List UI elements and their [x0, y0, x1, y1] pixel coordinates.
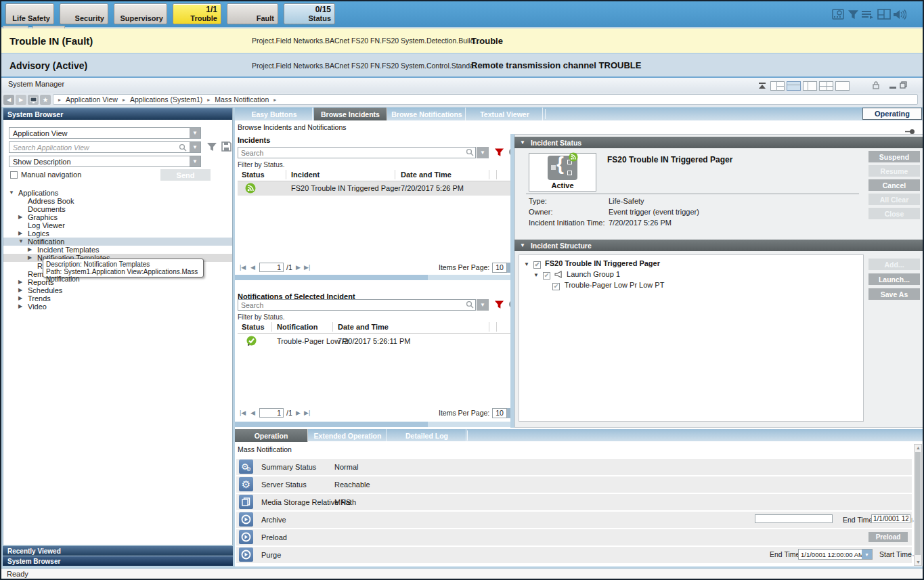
- back-button[interactable]: ◀: [3, 95, 14, 105]
- incident-status-header[interactable]: ▼ Incident Status: [514, 137, 924, 148]
- display-button[interactable]: [28, 95, 39, 105]
- chevron-down-icon[interactable]: ▼: [477, 147, 489, 158]
- horizontal-scrollbar[interactable]: [235, 275, 512, 280]
- tree-item-schedules[interactable]: ▶Schedules: [3, 286, 232, 294]
- chevron-down-icon[interactable]: ▼: [477, 299, 489, 311]
- recently-viewed-bar[interactable]: Recently Viewed: [3, 546, 233, 556]
- status-button[interactable]: 0/15Status: [284, 3, 335, 24]
- tree-item-trends[interactable]: ▶Trends: [3, 294, 232, 303]
- favorites-star-icon[interactable]: ★: [40, 95, 51, 105]
- tab-browse-incidents[interactable]: Browse Incidents: [314, 108, 387, 120]
- collapse-icon[interactable]: [757, 83, 767, 89]
- minimize-icon[interactable]: [889, 87, 896, 89]
- event-list-icon[interactable]: [861, 9, 874, 21]
- collapse-triangle-icon[interactable]: ▼: [520, 242, 525, 248]
- node-checkbox[interactable]: ✔: [533, 261, 541, 269]
- expand-icon[interactable]: ▶: [18, 287, 22, 293]
- event-filter-icon[interactable]: [848, 9, 860, 21]
- notifications-search-input[interactable]: [238, 299, 476, 311]
- expand-icon[interactable]: ▶: [18, 279, 22, 285]
- operating-mode-button[interactable]: Operating: [862, 108, 922, 120]
- forward-button[interactable]: ▶: [16, 95, 26, 105]
- items-per-page-value[interactable]: 10: [492, 263, 507, 273]
- breadcrumb-item[interactable]: Mass Notification: [215, 95, 269, 104]
- structure-node-group[interactable]: ▼ ✔ Launch Group 1: [533, 270, 620, 280]
- supervisory-button[interactable]: Supervisory: [114, 3, 167, 24]
- notification-row[interactable]: Trouble-Pager Low Pr 7/20/2017 5:26:11 P…: [238, 334, 511, 349]
- purge-end-time-dropdown[interactable]: 1/1/0001 12:00:00 AM ▼: [798, 549, 873, 560]
- vertical-scrollbar[interactable]: ▲ ▼: [914, 444, 922, 566]
- resume-button[interactable]: Resume: [868, 165, 920, 177]
- cancel-button[interactable]: Cancel: [868, 179, 920, 191]
- layout-option-1[interactable]: [770, 81, 785, 91]
- tab-easy-buttons[interactable]: Easy Buttons: [236, 108, 313, 120]
- description-selector[interactable]: Show Description ▼: [9, 156, 201, 167]
- tree-item-log-viewer[interactable]: Log Viewer: [3, 221, 232, 229]
- archive-value-input[interactable]: [755, 514, 833, 523]
- tab-extended-operation[interactable]: Extended Operation: [309, 429, 387, 442]
- notifications-table-header[interactable]: Status Notification Date and Time: [238, 321, 511, 334]
- incident-row[interactable]: FS20 Trouble IN Triggered Pager 7/20/201…: [238, 181, 511, 196]
- tree-item-applications[interactable]: ▼Applications: [3, 189, 232, 197]
- incidents-table-header[interactable]: Status Incident Date and Time: [238, 169, 511, 181]
- filter-icon[interactable]: [206, 141, 217, 152]
- launch-button[interactable]: Launch...: [868, 273, 920, 285]
- prev-page-icon[interactable]: ◀: [250, 264, 255, 271]
- layout-option-2[interactable]: [787, 81, 801, 91]
- save-icon[interactable]: [221, 141, 232, 152]
- tree-item-documents[interactable]: Documents: [3, 205, 232, 213]
- collapse-triangle-icon[interactable]: ▼: [520, 139, 525, 146]
- status-filter-icon[interactable]: [494, 299, 504, 310]
- event-row-advisory[interactable]: Advisory (Active) Project.Field Networks…: [1, 54, 923, 76]
- layout-option-5[interactable]: [835, 81, 850, 91]
- horizontal-scrollbar[interactable]: [235, 422, 512, 427]
- next-page-icon[interactable]: ▶: [296, 264, 301, 271]
- node-checkbox[interactable]: ✔: [552, 283, 560, 290]
- tree-item-address-book[interactable]: Address Book: [3, 197, 232, 205]
- tab-textual-viewer[interactable]: Textual Viewer: [467, 108, 543, 120]
- structure-node-leaf[interactable]: ✔ Trouble-Pager Low Pr Low PT: [552, 281, 664, 290]
- search-field[interactable]: Search Application View ▼: [9, 141, 201, 153]
- chevron-down-icon[interactable]: ▼: [190, 128, 200, 138]
- expand-icon[interactable]: ▶: [18, 230, 22, 236]
- tree-item-incident-templates[interactable]: ▶Incident Templates: [3, 246, 232, 254]
- breadcrumb-item[interactable]: Applications (System1): [130, 95, 202, 104]
- speaker-icon[interactable]: [893, 9, 906, 21]
- close-button[interactable]: Close: [868, 208, 920, 219]
- structure-node-root[interactable]: ▼ ✔ FS20 Trouble IN Triggered Pager: [524, 259, 660, 269]
- security-button[interactable]: Security: [60, 3, 108, 24]
- add-button[interactable]: Add...: [868, 259, 920, 270]
- view-selector[interactable]: Application View ▼: [9, 127, 201, 139]
- first-page-icon[interactable]: |◀: [240, 264, 246, 271]
- layout-option-4[interactable]: [819, 81, 833, 91]
- expand-icon[interactable]: ▶: [18, 214, 22, 220]
- last-page-icon[interactable]: ▶|: [304, 264, 310, 271]
- tab-operation[interactable]: Operation: [235, 429, 308, 442]
- breadcrumb-item[interactable]: Application View: [66, 95, 118, 104]
- node-checkbox[interactable]: ✔: [543, 272, 550, 280]
- archive-end-time-input[interactable]: [871, 514, 910, 523]
- items-per-page-value[interactable]: 10: [492, 408, 507, 418]
- layout-panes-icon[interactable]: [877, 9, 890, 21]
- scroll-down-icon[interactable]: ▼: [915, 560, 921, 564]
- event-history-icon[interactable]: [832, 9, 845, 21]
- lock-icon[interactable]: [873, 81, 879, 89]
- incidents-search-input[interactable]: [238, 147, 476, 158]
- chevron-down-icon[interactable]: ▼: [862, 550, 872, 559]
- tree-item-notification[interactable]: ▼Notification: [3, 238, 232, 246]
- expand-icon[interactable]: ▼: [533, 272, 539, 278]
- scrollbar-thumb[interactable]: [915, 452, 921, 555]
- save-as-button[interactable]: Save As: [868, 288, 920, 300]
- fault-button[interactable]: Fault: [227, 3, 278, 24]
- expand-icon[interactable]: ▶: [18, 303, 22, 309]
- expand-icon[interactable]: ▶: [28, 254, 32, 261]
- expand-icon[interactable]: ▶: [18, 295, 22, 301]
- tree-item-video[interactable]: ▶Video: [3, 303, 232, 311]
- tab-browse-notifications[interactable]: Browse Notifications: [389, 108, 466, 120]
- status-filter-icon[interactable]: [494, 147, 504, 158]
- expand-icon[interactable]: ▼: [524, 261, 529, 267]
- first-page-icon[interactable]: |◀: [240, 409, 246, 416]
- preload-button[interactable]: Preload: [868, 532, 908, 542]
- life-safety-button[interactable]: Life Safety: [5, 3, 54, 24]
- expand-icon[interactable]: ▼: [18, 238, 24, 244]
